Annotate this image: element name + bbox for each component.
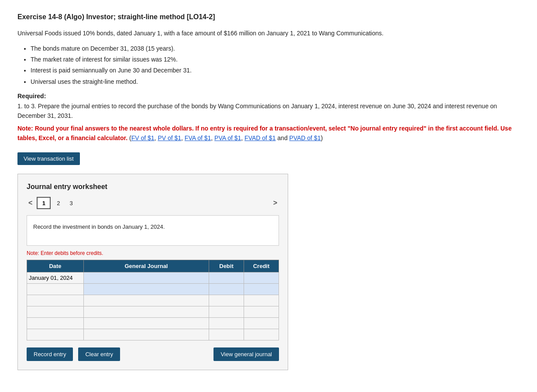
journal-input[interactable]: [84, 318, 209, 329]
worksheet-title: Journal entry worksheet: [27, 183, 279, 191]
tab-prev-arrow[interactable]: <: [27, 198, 34, 208]
date-cell[interactable]: [27, 306, 84, 318]
credit-cell[interactable]: [244, 329, 279, 340]
journal-input[interactable]: [84, 295, 209, 306]
bullet-item: Universal uses the straight-line method.: [31, 76, 520, 87]
date-cell[interactable]: [27, 284, 84, 295]
debit-input[interactable]: [209, 272, 244, 283]
bullet-item: Interest is paid semiannually on June 30…: [31, 65, 520, 76]
debit-cell[interactable]: [209, 329, 244, 340]
date-cell[interactable]: [27, 318, 84, 329]
date-input[interactable]: [27, 284, 83, 295]
credit-cell[interactable]: [244, 295, 279, 306]
journal-cell[interactable]: [84, 284, 209, 295]
fva-link[interactable]: FVA of $1: [185, 134, 211, 141]
credit-input[interactable]: [244, 272, 279, 283]
note-links: (FV of $1, PV of $1, FVA of $1, PVA of $…: [129, 134, 323, 141]
date-cell[interactable]: [27, 295, 84, 306]
journal-input[interactable]: [84, 284, 209, 295]
date-input[interactable]: [27, 306, 83, 317]
instruction-text: Record the investment in bonds on Januar…: [33, 224, 165, 230]
journal-input[interactable]: [84, 306, 209, 317]
credit-input[interactable]: [244, 306, 279, 317]
credit-cell[interactable]: [244, 306, 279, 318]
journal-table: Date General Journal Debit Credit: [27, 260, 279, 340]
debit-cell[interactable]: [209, 295, 244, 306]
credit-input[interactable]: [244, 318, 279, 329]
col-header-debit: Debit: [209, 260, 244, 272]
table-row: [27, 272, 279, 284]
debit-cell[interactable]: [209, 284, 244, 295]
debit-input[interactable]: [209, 295, 244, 306]
debit-cell[interactable]: [209, 272, 244, 284]
instruction-box: Record the investment in bonds on Januar…: [27, 215, 279, 246]
page-title: Exercise 14-8 (Algo) Investor; straight-…: [17, 13, 520, 21]
bullet-item: The bonds mature on December 31, 2038 (1…: [31, 43, 520, 54]
clear-entry-button[interactable]: Clear entry: [78, 347, 120, 361]
date-cell[interactable]: [27, 272, 84, 284]
date-input[interactable]: [27, 295, 83, 306]
table-row: [27, 306, 279, 318]
tab-next-arrow[interactable]: >: [272, 198, 279, 208]
journal-cell[interactable]: [84, 295, 209, 306]
date-input[interactable]: [27, 272, 83, 283]
col-header-date: Date: [27, 260, 84, 272]
debit-input[interactable]: [209, 329, 244, 340]
credit-input[interactable]: [244, 284, 279, 295]
journal-input[interactable]: [84, 272, 209, 283]
credit-input[interactable]: [244, 295, 279, 306]
view-general-journal-button[interactable]: View general journal: [213, 347, 279, 361]
credit-cell[interactable]: [244, 318, 279, 329]
note-block: Note: Round your final answers to the ne…: [17, 124, 520, 143]
date-cell[interactable]: [27, 329, 84, 340]
tab-nav: < 1 2 3 >: [27, 197, 279, 209]
journal-cell[interactable]: [84, 306, 209, 318]
tab-3-button[interactable]: 3: [66, 198, 76, 208]
col-header-journal: General Journal: [84, 260, 209, 272]
note-enter-text: Note: Enter debits before credits.: [27, 250, 279, 256]
credit-input[interactable]: [244, 329, 279, 340]
record-entry-button[interactable]: Record entry: [27, 347, 73, 361]
tab-1-button[interactable]: 1: [37, 197, 51, 209]
pva-link[interactable]: PVA of $1: [214, 134, 241, 141]
table-row: [27, 329, 279, 340]
table-row: [27, 295, 279, 306]
debit-input[interactable]: [209, 284, 244, 295]
debit-cell[interactable]: [209, 306, 244, 318]
col-header-credit: Credit: [244, 260, 279, 272]
required-label: Required:: [17, 93, 520, 100]
debit-cell[interactable]: [209, 318, 244, 329]
intro-text: Universal Foods issued 10% bonds, dated …: [17, 29, 520, 38]
journal-input[interactable]: [84, 329, 209, 340]
bullet-list: The bonds mature on December 31, 2038 (1…: [31, 43, 520, 87]
journal-cell[interactable]: [84, 329, 209, 340]
credit-cell[interactable]: [244, 272, 279, 284]
view-transaction-list-button[interactable]: View transaction list: [17, 152, 80, 165]
worksheet-container: Journal entry worksheet < 1 2 3 > Record…: [17, 174, 288, 370]
debit-input[interactable]: [209, 318, 244, 329]
bottom-buttons: Record entry Clear entry View general jo…: [27, 347, 279, 361]
date-input[interactable]: [27, 329, 83, 340]
bullet-item: The market rate of interest for similar …: [31, 54, 520, 65]
fvad-link[interactable]: FVAD of $1: [244, 134, 275, 141]
table-row: [27, 284, 279, 295]
fv-link[interactable]: FV of $1: [131, 134, 155, 141]
tab-2-button[interactable]: 2: [53, 198, 63, 208]
required-desc: 1. to 3. Prepare the journal entries to …: [17, 101, 520, 121]
journal-cell[interactable]: [84, 318, 209, 329]
pv-link[interactable]: PV of $1: [158, 134, 181, 141]
table-row: [27, 318, 279, 329]
pvad-link[interactable]: PVAD of $1: [289, 134, 321, 141]
journal-cell[interactable]: [84, 272, 209, 284]
date-input[interactable]: [27, 318, 83, 329]
credit-cell[interactable]: [244, 284, 279, 295]
debit-input[interactable]: [209, 306, 244, 317]
